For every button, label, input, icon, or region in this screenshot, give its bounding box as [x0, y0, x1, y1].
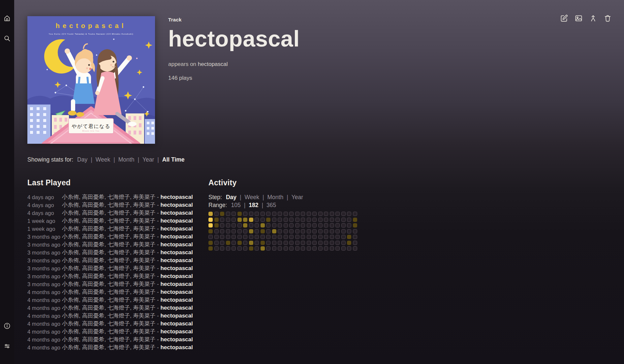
activity-day-cell[interactable] [249, 212, 253, 216]
scrobble-track-link[interactable]: hectopascal [160, 273, 193, 279]
activity-range-option-365[interactable]: 365 [266, 202, 276, 208]
scrobble-artists-link[interactable]: 小糸侑, 高田憂希, 七海燈子, 寿美菜子 [62, 265, 155, 271]
activity-day-cell[interactable] [232, 246, 236, 251]
activity-day-cell[interactable] [249, 229, 253, 233]
activity-day-cell[interactable] [261, 241, 265, 245]
activity-day-cell[interactable] [284, 246, 288, 251]
activity-day-cell[interactable] [226, 229, 230, 233]
stats-range-option-day[interactable]: Day [77, 156, 87, 163]
activity-day-cell[interactable] [237, 246, 242, 251]
scrobble-track-link[interactable]: hectopascal [160, 226, 193, 232]
activity-day-cell[interactable] [243, 241, 247, 245]
activity-day-cell[interactable] [330, 212, 334, 216]
activity-day-cell[interactable] [237, 229, 242, 233]
activity-day-cell[interactable] [278, 246, 282, 251]
merge-button[interactable] [589, 14, 598, 23]
activity-range-option-105[interactable]: 105 [231, 202, 240, 208]
activity-day-cell[interactable] [301, 235, 305, 239]
activity-day-cell[interactable] [249, 223, 253, 228]
activity-day-cell[interactable] [301, 246, 305, 251]
activity-day-cell[interactable] [266, 212, 270, 216]
activity-day-cell[interactable] [341, 246, 346, 251]
activity-day-cell[interactable] [312, 223, 317, 228]
activity-day-cell[interactable] [266, 241, 270, 245]
activity-day-cell[interactable] [307, 241, 311, 245]
activity-day-cell[interactable] [301, 229, 305, 233]
activity-day-cell[interactable] [324, 246, 328, 251]
activity-day-cell[interactable] [335, 212, 340, 216]
activity-day-cell[interactable] [318, 246, 323, 251]
activity-day-cell[interactable] [284, 241, 288, 245]
activity-day-cell[interactable] [278, 229, 282, 233]
activity-day-cell[interactable] [243, 229, 247, 233]
scrobble-track-link[interactable]: hectopascal [160, 249, 193, 256]
activity-day-cell[interactable] [301, 218, 305, 222]
activity-day-cell[interactable] [214, 246, 219, 251]
activity-day-cell[interactable] [232, 223, 236, 228]
activity-day-cell[interactable] [214, 212, 219, 216]
activity-day-cell[interactable] [255, 218, 259, 222]
activity-day-cell[interactable] [284, 235, 288, 239]
activity-day-cell[interactable] [220, 212, 224, 216]
activity-day-cell[interactable] [243, 246, 247, 251]
activity-day-cell[interactable] [255, 235, 259, 239]
activity-day-cell[interactable] [324, 229, 328, 233]
activity-day-cell[interactable] [226, 223, 230, 228]
activity-day-cell[interactable] [318, 241, 323, 245]
activity-day-cell[interactable] [335, 241, 340, 245]
activity-day-cell[interactable] [289, 235, 294, 239]
activity-day-cell[interactable] [249, 235, 253, 239]
activity-day-cell[interactable] [272, 235, 276, 239]
activity-day-cell[interactable] [232, 212, 236, 216]
scrobble-track-link[interactable]: hectopascal [160, 305, 193, 311]
activity-day-cell[interactable] [330, 229, 334, 233]
scrobble-artists-link[interactable]: 小糸侑, 高田憂希, 七海燈子, 寿美菜子 [62, 218, 155, 224]
activity-day-cell[interactable] [347, 246, 351, 251]
activity-day-cell[interactable] [255, 212, 259, 216]
activity-day-cell[interactable] [249, 246, 253, 251]
activity-day-cell[interactable] [232, 229, 236, 233]
activity-day-cell[interactable] [312, 246, 317, 251]
activity-day-cell[interactable] [208, 218, 213, 222]
scrobble-track-link[interactable]: hectopascal [160, 210, 193, 216]
activity-day-cell[interactable] [330, 218, 334, 222]
activity-day-cell[interactable] [341, 218, 346, 222]
activity-day-cell[interactable] [237, 223, 242, 228]
activity-day-cell[interactable] [214, 229, 219, 233]
activity-day-cell[interactable] [226, 241, 230, 245]
stats-range-option-all-time[interactable]: All Time [162, 156, 185, 163]
activity-day-cell[interactable] [272, 246, 276, 251]
activity-day-cell[interactable] [284, 223, 288, 228]
activity-day-cell[interactable] [208, 223, 213, 228]
delete-button[interactable] [603, 14, 612, 23]
scrobble-artists-link[interactable]: 小糸侑, 高田憂希, 七海燈子, 寿美菜子 [62, 336, 155, 343]
activity-day-cell[interactable] [255, 223, 259, 228]
sidebar-home-button[interactable] [3, 15, 11, 22]
scrobble-track-link[interactable]: hectopascal [160, 328, 193, 335]
activity-day-cell[interactable] [278, 235, 282, 239]
scrobble-artists-link[interactable]: 小糸侑, 高田憂希, 七海燈子, 寿美菜子 [62, 257, 155, 263]
activity-day-cell[interactable] [232, 241, 236, 245]
activity-day-cell[interactable] [261, 246, 265, 251]
activity-day-cell[interactable] [330, 241, 334, 245]
activity-day-cell[interactable] [266, 235, 270, 239]
activity-day-cell[interactable] [335, 235, 340, 239]
stats-range-option-week[interactable]: Week [96, 156, 110, 163]
activity-day-cell[interactable] [295, 212, 299, 216]
activity-day-cell[interactable] [312, 241, 317, 245]
activity-day-cell[interactable] [301, 241, 305, 245]
activity-day-cell[interactable] [324, 223, 328, 228]
scrobble-artists-link[interactable]: 小糸侑, 高田憂希, 七海燈子, 寿美菜子 [62, 344, 155, 350]
activity-day-cell[interactable] [347, 229, 351, 233]
activity-day-cell[interactable] [335, 246, 340, 251]
activity-day-cell[interactable] [295, 229, 299, 233]
activity-day-cell[interactable] [330, 235, 334, 239]
activity-day-cell[interactable] [220, 229, 224, 233]
activity-day-cell[interactable] [261, 218, 265, 222]
activity-day-cell[interactable] [330, 223, 334, 228]
activity-day-cell[interactable] [289, 223, 294, 228]
sidebar-search-button[interactable] [3, 35, 11, 42]
activity-day-cell[interactable] [261, 212, 265, 216]
activity-day-cell[interactable] [324, 235, 328, 239]
activity-day-cell[interactable] [278, 218, 282, 222]
